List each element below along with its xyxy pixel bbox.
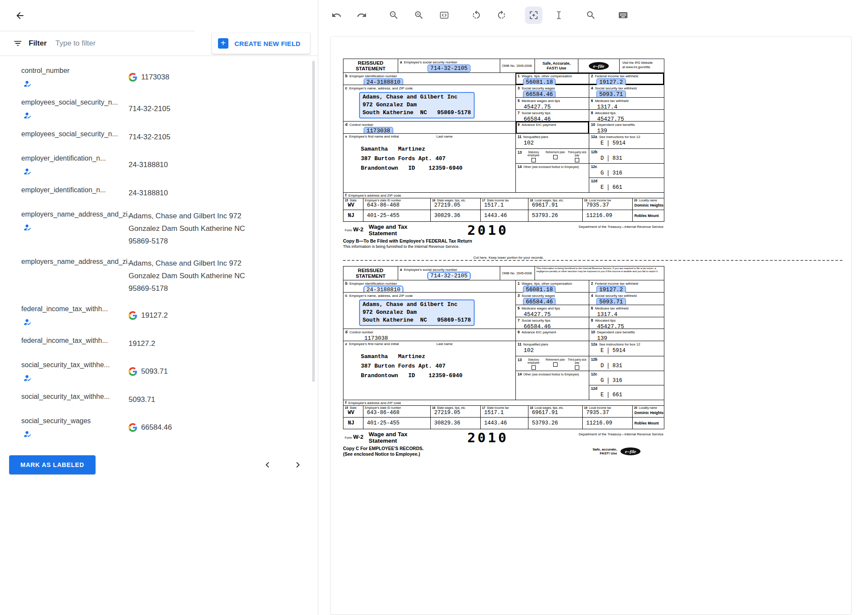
w2-box-box10: 10 Dependent care benefits139 [589, 122, 664, 134]
w2-box-e-employee: e Employee's first name and initialLast … [343, 341, 515, 400]
w2-checkbox-col: Statutory employee [522, 357, 544, 371]
checkbox[interactable] [553, 362, 558, 367]
create-new-field-label: CREATE NEW FIELD [234, 40, 300, 47]
safe-accurate-text: Safe, Accurate,FAST! Use [535, 59, 578, 72]
field-item[interactable]: employers_name_address_and_zi...Adams, C… [21, 205, 292, 252]
w2-box-14: 14 Other (see enclosed Notice to Employe… [515, 163, 589, 193]
rotate-right-tool-button[interactable] [493, 7, 510, 24]
w2-box-box4: 4 Social security tax withheld5093.71 [589, 85, 664, 97]
checkbox[interactable] [531, 365, 536, 370]
w2-boxes-1-2: 1 Wages, tips, other compensation56081.1… [515, 280, 664, 292]
field-value-text: 714-32-2105 [129, 102, 170, 115]
field-item[interactable]: control_number1173038 [21, 61, 292, 93]
next-page-button[interactable] [289, 456, 307, 474]
field-item[interactable]: social_security_tax_withhe...5093.71 [21, 387, 292, 411]
field-info: employers_name_address_and_zi... [21, 210, 129, 247]
w2-state-cell: Robles Mount [632, 418, 664, 429]
cut-line: Cut here. Keep lower portion for your re… [343, 256, 842, 261]
w2-box-box12d: 12dE661 [589, 385, 664, 400]
w2-box2-value[interactable]: 19127.2 [597, 286, 625, 293]
field-label: employer_identification_n... [21, 154, 129, 163]
bottom-bar: MARK AS LABELED [0, 452, 318, 474]
document-area: REISSUEDSTATEMENTa Employee's social sec… [318, 30, 868, 615]
w2-box4-value[interactable]: 5093.71 [597, 91, 625, 97]
w2-box-box5: 5 Medicare wages and tips45427.75 [515, 305, 589, 317]
field-info: employees_social_security_n... [21, 98, 129, 120]
w2-employer-address-highlight[interactable]: Adams, Chase and Gilbert Inc972 Gonzalez… [359, 299, 475, 326]
irs-efile-logo: e~file [589, 62, 609, 70]
field-value-text: 1173038 [141, 71, 169, 83]
w2-box-box9: 9 Advance EIC payment [515, 329, 589, 341]
copy-designation: Copy B—To Be Filed with Employee's FEDER… [343, 238, 664, 249]
w2-state-cell: 11216.09 [582, 210, 632, 221]
checkbox[interactable] [553, 155, 558, 159]
field-item[interactable]: social_security_wages66584.46 [21, 411, 292, 443]
document-page[interactable]: REISSUEDSTATEMENTa Employee's social sec… [331, 37, 851, 614]
w2-box-box1: 1 Wages, tips, other compensation56081.1… [515, 280, 589, 293]
w2-ein-value[interactable]: 24-3188810 [364, 286, 403, 292]
checkbox[interactable] [575, 158, 579, 162]
w2-box4-value[interactable]: 5093.71 [597, 299, 625, 305]
zoom-out-tool-button[interactable] [385, 7, 403, 24]
field-item[interactable]: social_security_tax_withhe...5093.71 [21, 355, 292, 387]
keyboard-tool-button[interactable] [614, 7, 632, 24]
filter-input[interactable] [56, 39, 155, 48]
field-info: social_security_wages [21, 416, 129, 438]
w2-boxes-3-8: 3 Social security wages66584.464 Social … [515, 293, 664, 329]
w2-employer-address-highlight[interactable]: Adams, Chase and Gilbert Inc972 Gonzalez… [359, 92, 475, 118]
treasury-department-text: Department of the Treasury—Internal Reve… [579, 431, 663, 436]
field-item[interactable]: employees_social_security_n...714-32-210… [21, 125, 292, 149]
redo-tool-button[interactable] [353, 7, 370, 24]
w2-box-13-checkboxes: 13Statutory employeeRetirement planThird… [515, 356, 589, 371]
zoom-in-tool-button[interactable] [410, 7, 428, 24]
w2-box8-value: 45427.75 [597, 323, 624, 329]
w2-copy-b: REISSUEDSTATEMENTa Employee's social sec… [343, 59, 664, 249]
w2-box2-value[interactable]: 19127.2 [597, 79, 625, 85]
app-root: Filter + CREATE NEW FIELD control_number… [0, 0, 868, 615]
w2-state-cell: 15 StateWV [343, 406, 363, 417]
w2-employee-address-line2: Brandontown ID 12359-6940 [361, 165, 515, 171]
w2-ssn-value[interactable]: 714-32-2105 [428, 273, 470, 279]
field-item[interactable]: employer_identification_n...24-3188810 [21, 149, 292, 181]
google-auto-label-icon [129, 367, 137, 376]
w2-form-copy-b: REISSUEDSTATEMENTa Employee's social sec… [343, 59, 851, 249]
field-value-text: 19127.2 [141, 309, 168, 322]
add-region-tool-button[interactable] [525, 7, 542, 24]
w2-ssn-value[interactable]: 714-32-2105 [428, 65, 470, 72]
checkbox[interactable] [575, 365, 579, 370]
field-item[interactable]: federal_income_tax_withh...19127.2 [21, 299, 292, 331]
w2-year: 2010 [467, 224, 508, 237]
omb-number: OMB No. 1545-0008 [500, 59, 535, 72]
field-item[interactable]: employees_social_security_n...714-32-210… [21, 93, 292, 125]
field-value: 714-32-2105 [129, 129, 292, 144]
pagination [259, 456, 307, 474]
w2-box3-value[interactable]: 66584.46 [524, 91, 555, 97]
rotate-left-tool-button[interactable] [468, 7, 485, 24]
w2-box1-value[interactable]: 56081.18 [524, 79, 555, 85]
undo-tool-button[interactable] [328, 7, 345, 24]
text-select-tool-button[interactable] [550, 7, 568, 24]
w2-box3-value[interactable]: 66584.46 [524, 299, 555, 305]
search-tool-button[interactable] [582, 7, 600, 24]
w2-box1-value[interactable]: 56081.18 [524, 286, 555, 293]
field-item[interactable]: employer_identification_n...24-3188810 [21, 181, 292, 205]
w2-box8-value: 45427.75 [597, 116, 624, 122]
fit-view-tool-button[interactable] [436, 7, 453, 24]
create-new-field-button[interactable]: + CREATE NEW FIELD [212, 33, 310, 54]
back-button[interactable] [11, 7, 29, 24]
field-label: employees_social_security_n... [21, 98, 129, 107]
w2-ein-value[interactable]: 24-3188810 [364, 79, 403, 85]
field-label: employer_identification_n... [21, 185, 129, 195]
mark-as-labeled-button[interactable]: MARK AS LABELED [9, 455, 96, 474]
field-value: 19127.2 [129, 304, 292, 326]
previous-page-button[interactable] [259, 456, 276, 474]
field-item[interactable]: federal_income_tax_withh...19127.2 [21, 331, 292, 355]
w2-control-value[interactable]: 1173038 [364, 128, 393, 133]
field-item[interactable]: employers_name_address_and_zi...Adams, C… [21, 252, 292, 299]
field-value-text: Adams, Chase and Gilbert Inc 972 Gonzale… [129, 210, 263, 247]
scrollbar-thumb[interactable] [312, 61, 315, 382]
w2-state-cell: 11216.09 [582, 418, 632, 429]
checkbox[interactable] [531, 158, 536, 162]
w2-state-cell: 19 Local income tax7935.37 [582, 406, 632, 417]
left-panel: Filter + CREATE NEW FIELD control_number… [0, 0, 318, 615]
